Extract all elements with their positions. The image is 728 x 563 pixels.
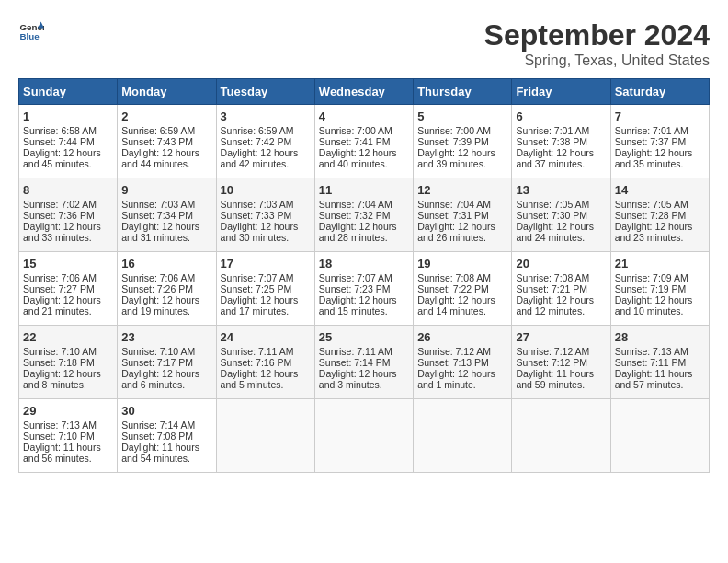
calendar-cell: 8Sunrise: 7:02 AMSunset: 7:36 PMDaylight… <box>19 178 118 252</box>
day-info-line: Sunset: 7:33 PM <box>221 210 311 221</box>
day-number: 15 <box>23 257 113 270</box>
day-number: 18 <box>319 257 409 270</box>
day-number: 8 <box>23 183 113 197</box>
day-number: 14 <box>615 183 705 197</box>
calendar-week-row: 15Sunrise: 7:06 AMSunset: 7:27 PMDayligh… <box>19 252 710 326</box>
day-info-line: Daylight: 12 hours <box>23 221 113 232</box>
day-info-line: and 35 minutes. <box>615 158 705 169</box>
day-info-line: Sunset: 7:30 PM <box>516 210 606 221</box>
day-info-line: and 10 minutes. <box>615 305 705 316</box>
day-info-line: Sunrise: 7:04 AM <box>417 199 507 210</box>
day-info-line: Sunrise: 7:02 AM <box>23 199 113 210</box>
day-info-line: Sunset: 7:23 PM <box>319 283 409 294</box>
day-info-line: Daylight: 12 hours <box>417 147 507 158</box>
day-info-line: Daylight: 12 hours <box>615 221 705 232</box>
day-number: 10 <box>221 183 311 197</box>
day-info-line: and 12 minutes. <box>516 305 606 316</box>
calendar-body: 1Sunrise: 6:58 AMSunset: 7:44 PMDaylight… <box>19 105 710 473</box>
day-info-line: and 1 minute. <box>417 379 507 390</box>
calendar-week-row: 1Sunrise: 6:58 AMSunset: 7:44 PMDaylight… <box>19 105 710 178</box>
day-info-line: Sunrise: 7:00 AM <box>319 125 409 136</box>
day-info-line: Sunrise: 7:05 AM <box>516 199 606 210</box>
day-info-line: and 8 minutes. <box>23 379 113 390</box>
day-info-line: Sunrise: 6:59 AM <box>221 125 311 136</box>
day-info-line: Sunset: 7:19 PM <box>615 283 705 294</box>
day-info-line: Sunrise: 6:58 AM <box>23 125 113 136</box>
day-number: 2 <box>121 109 211 123</box>
day-info-line: Sunrise: 7:14 AM <box>121 419 211 431</box>
calendar-cell: 10Sunrise: 7:03 AMSunset: 7:33 PMDayligh… <box>216 178 314 252</box>
day-info-line: Daylight: 12 hours <box>516 147 606 158</box>
calendar-cell: 7Sunrise: 7:01 AMSunset: 7:37 PMDaylight… <box>610 105 709 178</box>
day-info-line: Daylight: 12 hours <box>23 147 113 158</box>
day-info-line: Sunrise: 7:00 AM <box>417 125 507 136</box>
day-info-line: and 31 minutes. <box>121 232 211 243</box>
day-info-line: and 56 minutes. <box>23 453 113 464</box>
day-number: 17 <box>221 257 311 270</box>
calendar-cell: 1Sunrise: 6:58 AMSunset: 7:44 PMDaylight… <box>19 105 118 178</box>
day-info-line: Sunset: 7:43 PM <box>121 136 211 147</box>
day-info-line: Sunrise: 7:07 AM <box>221 272 311 283</box>
day-number: 28 <box>615 330 705 344</box>
day-number: 19 <box>417 257 507 270</box>
day-info-line: and 57 minutes. <box>615 379 705 390</box>
day-info-line: Daylight: 12 hours <box>319 147 409 158</box>
calendar-table: Sunday Monday Tuesday Wednesday Thursday… <box>18 78 710 473</box>
day-info-line: Sunrise: 7:12 AM <box>516 346 606 357</box>
day-info-line: Sunset: 7:37 PM <box>615 136 705 147</box>
day-number: 16 <box>121 257 211 270</box>
calendar-cell <box>414 399 512 473</box>
day-info-line: and 3 minutes. <box>319 379 409 390</box>
col-friday: Friday <box>512 79 610 105</box>
day-info-line: Sunset: 7:14 PM <box>319 357 409 368</box>
day-info-line: Sunrise: 7:08 AM <box>417 272 507 283</box>
calendar-cell: 2Sunrise: 6:59 AMSunset: 7:43 PMDaylight… <box>118 105 216 178</box>
day-info-line: Sunset: 7:44 PM <box>23 136 113 147</box>
day-info-line: Sunset: 7:38 PM <box>516 136 606 147</box>
page-header: General Blue September 2024 Spring, Texa… <box>18 18 710 69</box>
day-info-line: and 59 minutes. <box>516 379 606 390</box>
day-info-line: and 42 minutes. <box>221 158 311 169</box>
day-info-line: Sunset: 7:27 PM <box>23 283 113 294</box>
calendar-cell: 9Sunrise: 7:03 AMSunset: 7:34 PMDaylight… <box>118 178 216 252</box>
calendar-cell: 24Sunrise: 7:11 AMSunset: 7:16 PMDayligh… <box>216 326 314 399</box>
day-info-line: and 19 minutes. <box>121 305 211 316</box>
day-info-line: Sunset: 7:10 PM <box>23 431 113 442</box>
day-info-line: Daylight: 12 hours <box>121 147 211 158</box>
day-info-line: Sunset: 7:39 PM <box>417 136 507 147</box>
day-info-line: and 30 minutes. <box>221 232 311 243</box>
day-info-line: and 33 minutes. <box>23 232 113 243</box>
day-info-line: Sunrise: 7:03 AM <box>221 199 311 210</box>
day-info-line: Sunrise: 7:08 AM <box>516 272 606 283</box>
col-saturday: Saturday <box>610 79 709 105</box>
day-number: 9 <box>121 183 211 197</box>
day-number: 29 <box>23 404 113 418</box>
day-info-line: and 45 minutes. <box>23 158 113 169</box>
calendar-cell: 11Sunrise: 7:04 AMSunset: 7:32 PMDayligh… <box>314 178 413 252</box>
day-number: 23 <box>121 330 211 344</box>
day-number: 3 <box>221 109 311 123</box>
day-info-line: Sunrise: 7:13 AM <box>23 419 113 431</box>
day-info-line: Daylight: 12 hours <box>319 221 409 232</box>
day-info-line: Daylight: 12 hours <box>516 221 606 232</box>
calendar-cell: 25Sunrise: 7:11 AMSunset: 7:14 PMDayligh… <box>314 326 413 399</box>
day-info-line: Daylight: 11 hours <box>516 368 606 379</box>
day-number: 4 <box>319 109 409 123</box>
svg-text:Blue: Blue <box>19 31 40 41</box>
day-info-line: and 23 minutes. <box>615 232 705 243</box>
logo: General Blue <box>18 18 44 44</box>
month-title: September 2024 <box>484 18 710 52</box>
day-info-line: Sunrise: 7:09 AM <box>615 272 705 283</box>
day-info-line: Sunset: 7:34 PM <box>121 210 211 221</box>
day-info-line: Sunset: 7:16 PM <box>221 357 311 368</box>
day-info-line: Daylight: 12 hours <box>221 368 311 379</box>
day-info-line: Daylight: 12 hours <box>221 294 311 305</box>
calendar-cell: 28Sunrise: 7:13 AMSunset: 7:11 PMDayligh… <box>610 326 709 399</box>
day-info-line: Sunrise: 7:01 AM <box>516 125 606 136</box>
calendar-cell: 6Sunrise: 7:01 AMSunset: 7:38 PMDaylight… <box>512 105 610 178</box>
day-info-line: Daylight: 12 hours <box>417 294 507 305</box>
calendar-cell: 13Sunrise: 7:05 AMSunset: 7:30 PMDayligh… <box>512 178 610 252</box>
calendar-cell <box>610 399 709 473</box>
title-area: September 2024 Spring, Texas, United Sta… <box>484 18 710 69</box>
calendar-cell: 22Sunrise: 7:10 AMSunset: 7:18 PMDayligh… <box>19 326 118 399</box>
